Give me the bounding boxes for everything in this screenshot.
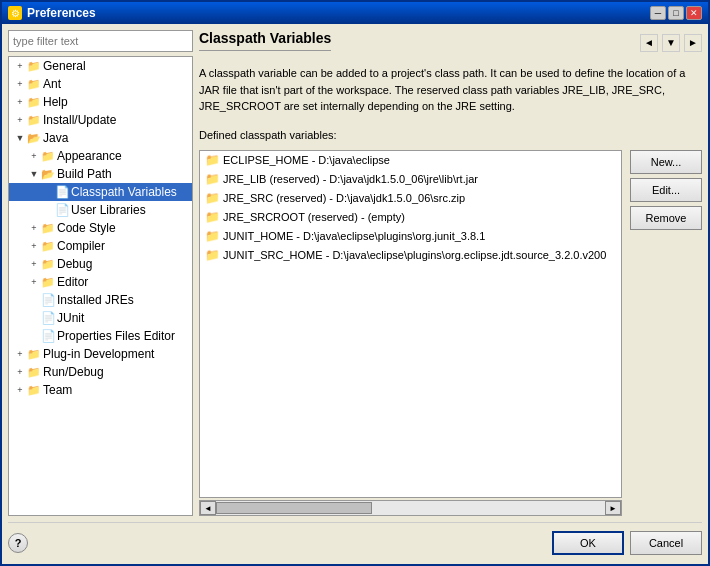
cancel-button[interactable]: Cancel bbox=[630, 531, 702, 555]
page-icon: 📄 bbox=[41, 329, 55, 343]
list-item[interactable]: 📁 JRE_SRCROOT (reserved) - (empty) bbox=[200, 208, 621, 227]
content-area: 📁 ECLIPSE_HOME - D:\java\eclipse 📁 JRE_L… bbox=[199, 150, 702, 517]
sidebar-item-label: Plug-in Development bbox=[43, 347, 154, 361]
title-bar-controls: ─ □ ✕ bbox=[650, 6, 702, 20]
expand-icon: + bbox=[27, 221, 41, 235]
cp-item-label: JRE_SRC (reserved) - D:\java\jdk1.5.0_06… bbox=[223, 192, 465, 204]
sidebar-item-junit[interactable]: 📄 JUnit bbox=[9, 309, 192, 327]
remove-button[interactable]: Remove bbox=[630, 206, 702, 230]
window-icon: ⚙ bbox=[8, 6, 22, 20]
back-button[interactable]: ◄ bbox=[640, 34, 658, 52]
sidebar-item-code-style[interactable]: + 📁 Code Style bbox=[9, 219, 192, 237]
folder-icon: 📁 bbox=[41, 257, 55, 271]
page-icon: 📄 bbox=[41, 293, 55, 307]
edit-button[interactable]: Edit... bbox=[630, 178, 702, 202]
list-item[interactable]: 📁 JUNIT_HOME - D:\java\eclipse\plugins\o… bbox=[200, 227, 621, 246]
folder-icon: 📁 bbox=[27, 365, 41, 379]
sidebar-item-label: Help bbox=[43, 95, 68, 109]
folder-icon: 📁 bbox=[41, 149, 55, 163]
scroll-thumb[interactable] bbox=[216, 502, 372, 514]
folder-icon: 📁 bbox=[204, 209, 220, 225]
new-button[interactable]: New... bbox=[630, 150, 702, 174]
help-button[interactable]: ? bbox=[8, 533, 28, 553]
sidebar-item-label: Java bbox=[43, 131, 68, 145]
sidebar-item-label: Installed JREs bbox=[57, 293, 134, 307]
sidebar-item-label: Install/Update bbox=[43, 113, 116, 127]
folder-icon: 📁 bbox=[27, 95, 41, 109]
toolbar-right: ◄ ▼ ► bbox=[640, 34, 702, 52]
sidebar-item-build-path[interactable]: ▼ 📂 Build Path bbox=[9, 165, 192, 183]
expand-icon bbox=[27, 311, 41, 325]
minimize-button[interactable]: ─ bbox=[650, 6, 666, 20]
sidebar-item-debug[interactable]: + 📁 Debug bbox=[9, 255, 192, 273]
sidebar-item-help[interactable]: + 📁 Help bbox=[9, 93, 192, 111]
expand-icon: + bbox=[13, 365, 27, 379]
expand-icon: + bbox=[27, 275, 41, 289]
expand-icon: + bbox=[13, 95, 27, 109]
ok-button[interactable]: OK bbox=[552, 531, 624, 555]
sidebar-item-user-libraries[interactable]: 📄 User Libraries bbox=[9, 201, 192, 219]
expand-icon: + bbox=[13, 347, 27, 361]
horizontal-scrollbar[interactable]: ◄ ► bbox=[199, 500, 622, 516]
folder-icon: 📁 bbox=[27, 113, 41, 127]
expand-icon bbox=[41, 185, 55, 199]
sidebar-item-ant[interactable]: + 📁 Ant bbox=[9, 75, 192, 93]
expand-icon: + bbox=[13, 113, 27, 127]
sidebar-item-editor[interactable]: + 📁 Editor bbox=[9, 273, 192, 291]
page-icon: 📄 bbox=[41, 311, 55, 325]
list-item[interactable]: 📁 JRE_LIB (reserved) - D:\java\jdk1.5.0_… bbox=[200, 170, 621, 189]
cp-item-label: JUNIT_HOME - D:\java\eclipse\plugins\org… bbox=[223, 230, 485, 242]
sidebar-item-appearance[interactable]: + 📁 Appearance bbox=[9, 147, 192, 165]
nav-dropdown[interactable]: ▼ bbox=[662, 34, 680, 52]
right-panel: Classpath Variables ◄ ▼ ► A classpath va… bbox=[199, 30, 702, 516]
folder-icon: 📁 bbox=[41, 221, 55, 235]
sidebar-item-label: Compiler bbox=[57, 239, 105, 253]
sidebar-item-label: Classpath Variables bbox=[71, 185, 177, 199]
list-item[interactable]: 📁 JUNIT_SRC_HOME - D:\java\eclipse\plugi… bbox=[200, 246, 621, 265]
folder-icon: 📁 bbox=[204, 247, 220, 263]
close-button[interactable]: ✕ bbox=[686, 6, 702, 20]
sidebar-item-run-debug[interactable]: + 📁 Run/Debug bbox=[9, 363, 192, 381]
window-body: + 📁 General + 📁 Ant + 📁 Help bbox=[2, 24, 708, 564]
list-label: Defined classpath variables: bbox=[199, 129, 702, 141]
sidebar-item-team[interactable]: + 📁 Team bbox=[9, 381, 192, 399]
folder-icon: 📁 bbox=[27, 383, 41, 397]
expand-icon: + bbox=[13, 77, 27, 91]
scroll-right-button[interactable]: ► bbox=[605, 501, 621, 515]
title-bar-left: ⚙ Preferences bbox=[8, 6, 96, 20]
folder-icon: 📁 bbox=[27, 347, 41, 361]
bottom-buttons: OK Cancel bbox=[552, 531, 702, 555]
sidebar-item-label: Team bbox=[43, 383, 72, 397]
page-icon: 📄 bbox=[55, 185, 69, 199]
expand-icon: + bbox=[13, 383, 27, 397]
sidebar-item-label: Run/Debug bbox=[43, 365, 104, 379]
section-header: Classpath Variables ◄ ▼ ► bbox=[199, 30, 702, 55]
cp-item-label: JUNIT_SRC_HOME - D:\java\eclipse\plugins… bbox=[223, 249, 606, 261]
maximize-button[interactable]: □ bbox=[668, 6, 684, 20]
bottom-bar: ? OK Cancel bbox=[8, 522, 702, 558]
filter-input[interactable] bbox=[8, 30, 193, 52]
folder-icon: 📁 bbox=[204, 190, 220, 206]
sidebar-item-classpath-variables[interactable]: 📄 Classpath Variables bbox=[9, 183, 192, 201]
sidebar-item-installed-jres[interactable]: 📄 Installed JREs bbox=[9, 291, 192, 309]
list-item[interactable]: 📁 ECLIPSE_HOME - D:\java\eclipse bbox=[200, 151, 621, 170]
sidebar-item-properties-files-editor[interactable]: 📄 Properties Files Editor bbox=[9, 327, 192, 345]
sidebar-item-label: Code Style bbox=[57, 221, 116, 235]
sidebar-item-java[interactable]: ▼ 📂 Java bbox=[9, 129, 192, 147]
scroll-track[interactable] bbox=[216, 501, 605, 515]
folder-icon: 📁 bbox=[27, 77, 41, 91]
sidebar-item-compiler[interactable]: + 📁 Compiler bbox=[9, 237, 192, 255]
sidebar-item-general[interactable]: + 📁 General bbox=[9, 57, 192, 75]
cp-item-label: JRE_SRCROOT (reserved) - (empty) bbox=[223, 211, 405, 223]
section-title: Classpath Variables bbox=[199, 30, 331, 51]
forward-button[interactable]: ► bbox=[684, 34, 702, 52]
sidebar-item-install-update[interactable]: + 📁 Install/Update bbox=[9, 111, 192, 129]
sidebar-item-label: Appearance bbox=[57, 149, 122, 163]
folder-icon: 📁 bbox=[204, 152, 220, 168]
list-item[interactable]: 📁 JRE_SRC (reserved) - D:\java\jdk1.5.0_… bbox=[200, 189, 621, 208]
expand-icon bbox=[41, 203, 55, 217]
title-bar: ⚙ Preferences ─ □ ✕ bbox=[2, 2, 708, 24]
sidebar-item-plug-in-development[interactable]: + 📁 Plug-in Development bbox=[9, 345, 192, 363]
preferences-window: ⚙ Preferences ─ □ ✕ + 📁 General bbox=[0, 0, 710, 566]
scroll-left-button[interactable]: ◄ bbox=[200, 501, 216, 515]
